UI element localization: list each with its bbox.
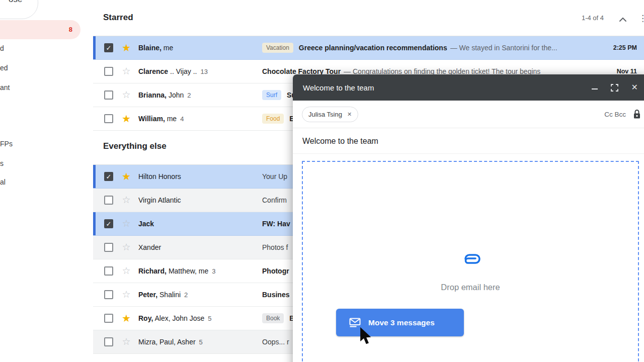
sender: Xander: [138, 243, 255, 251]
checkbox[interactable]: [104, 290, 113, 299]
compose-title: Welcome to the team: [303, 83, 374, 92]
sidebar-item-starred[interactable]: d: [0, 44, 4, 52]
sender: Richard, Matthew, me3: [138, 267, 255, 275]
recipients-row[interactable]: Julisa Tsing ✕ Cc Bcc: [293, 101, 644, 128]
subject-text: Your Up: [262, 172, 287, 180]
sidebar-label-2[interactable]: s: [0, 159, 4, 167]
checkbox-checked[interactable]: ✓: [104, 219, 113, 228]
star-icon-empty[interactable]: ☆: [121, 66, 132, 77]
popout-icon[interactable]: [611, 84, 618, 92]
recipient-chip[interactable]: Julisa Tsing ✕: [302, 107, 358, 122]
unread-count-badge: 8: [69, 20, 72, 39]
email-row-blaine[interactable]: ✓ ★ Blaine, me Vacation Greece planning/…: [93, 36, 644, 60]
section-title-everything-else: Everything else: [103, 141, 167, 151]
cc-bcc-toggle[interactable]: Cc Bcc: [604, 111, 626, 118]
subject-text: Photogr: [262, 267, 289, 275]
subject-text: Confirm: [262, 196, 287, 204]
checkbox-checked[interactable]: ✓: [104, 43, 113, 52]
star-icon-empty[interactable]: ☆: [121, 289, 132, 300]
move-messages-button[interactable]: Move 3 messages: [336, 309, 464, 336]
compose-window-controls: ✕: [592, 83, 638, 92]
compose-header[interactable]: Welcome to the team ✕: [293, 74, 644, 101]
label-chip-surf[interactable]: Surf: [262, 90, 281, 100]
subject-text: FW: Hav: [262, 220, 290, 228]
sender: Virgin Atlantic: [138, 196, 255, 204]
label-chip-food[interactable]: Food: [262, 114, 284, 124]
sender: Clarence .. Vijay ..13: [138, 67, 255, 75]
timestamp: Nov 11: [617, 68, 644, 75]
section-title-starred: Starred: [103, 13, 133, 23]
sender: Brianna, John2: [138, 91, 255, 99]
sender: Mizra, Paul, Asher5: [138, 338, 255, 346]
checkbox-checked[interactable]: ✓: [104, 172, 113, 181]
star-icon-filled[interactable]: ★: [121, 171, 132, 182]
subject-text: Greece planning/vacation recommendations: [299, 44, 447, 52]
sidebar-label-personal[interactable]: al: [0, 178, 6, 186]
checkbox[interactable]: [104, 67, 113, 76]
star-icon-empty[interactable]: ☆: [121, 265, 132, 277]
gmail-app: ose 8 d ed ant FPs s al Starred 1-4 of 4…: [0, 0, 644, 362]
subject-area: Vacation Greece planning/vacation recomm…: [262, 43, 607, 53]
checkbox[interactable]: [104, 243, 113, 252]
compose-window: Welcome to the team ✕ Julisa Tsing ✕ Cc …: [293, 74, 644, 362]
mouse-cursor: [359, 327, 373, 348]
paperclip-icon: [459, 251, 482, 268]
checkbox[interactable]: [104, 266, 113, 276]
sender: Jack: [138, 220, 255, 228]
star-icon-empty[interactable]: ☆: [121, 218, 132, 229]
timestamp: 2:25 PM: [613, 44, 644, 51]
sidebar-label-rfps[interactable]: FPs: [0, 140, 13, 148]
compose-body[interactable]: Drop email here Move 3 messages: [293, 154, 644, 362]
subject-text: Oops... r: [262, 338, 289, 346]
star-icon-empty[interactable]: ☆: [121, 242, 132, 253]
star-icon-filled[interactable]: ★: [121, 42, 132, 53]
recipient-name: Julisa Tsing: [308, 111, 342, 118]
remove-recipient-icon[interactable]: ✕: [347, 111, 352, 118]
label-chip-book[interactable]: Book: [262, 313, 284, 323]
close-icon[interactable]: ✕: [631, 83, 638, 92]
minimize-icon[interactable]: [592, 88, 598, 89]
sender: Hilton Honors: [138, 172, 255, 180]
lock-icon[interactable]: [633, 109, 641, 119]
star-icon-empty[interactable]: ☆: [121, 89, 132, 101]
compose-subject-field[interactable]: Welcome to the team: [293, 128, 644, 154]
sidebar-item-important[interactable]: ant: [0, 83, 10, 92]
sender: Peter, Shalini2: [138, 291, 255, 299]
snippet-text: — We stayed in Santorini for the...: [450, 44, 557, 52]
sender: Blaine, me: [138, 44, 255, 52]
label-chip-vacation[interactable]: Vacation: [262, 43, 293, 53]
pagination-count: 1-4 of 4: [582, 14, 604, 22]
sender: William, me4: [138, 115, 255, 123]
sender: Roy, Alex, John Jose5: [138, 314, 255, 322]
drop-hint-text: Drop email here: [303, 283, 638, 292]
star-icon-filled[interactable]: ★: [121, 313, 132, 324]
move-button-label: Move 3 messages: [368, 318, 435, 327]
checkbox[interactable]: [104, 196, 113, 205]
subject-text: Busines: [262, 291, 289, 299]
more-options-icon[interactable]: ⋮: [638, 13, 644, 24]
star-icon-filled[interactable]: ★: [121, 113, 132, 124]
star-icon-empty[interactable]: ☆: [121, 336, 132, 347]
subject-text: Photos f: [262, 243, 288, 251]
sidebar: ose 8 d ed ant FPs s al: [0, 0, 93, 362]
checkbox[interactable]: [104, 337, 113, 346]
move-mail-icon: [349, 318, 361, 327]
sidebar-item-snoozed[interactable]: ed: [0, 64, 8, 72]
compose-button-fragment[interactable]: ose: [0, 0, 38, 19]
compose-label-fragment: ose: [9, 0, 22, 5]
checkbox[interactable]: [104, 90, 113, 100]
checkbox[interactable]: [104, 114, 113, 123]
chevron-up-icon[interactable]: [619, 15, 627, 24]
star-icon-empty[interactable]: ☆: [121, 195, 132, 206]
sidebar-item-inbox-selected[interactable]: 8: [0, 20, 80, 39]
checkbox[interactable]: [104, 314, 113, 323]
